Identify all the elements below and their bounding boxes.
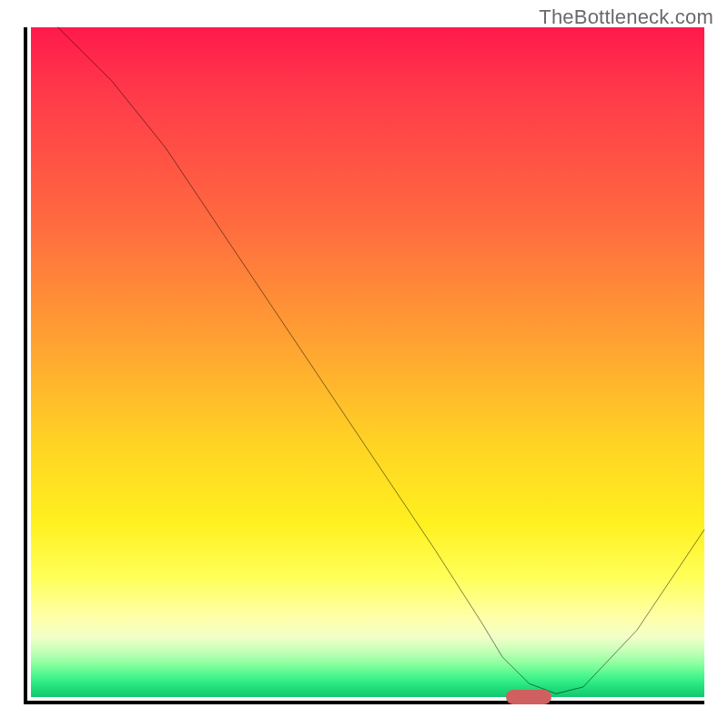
bottleneck-curve — [31, 27, 704, 697]
watermark-text: TheBottleneck.com — [539, 5, 713, 29]
plot-area — [24, 27, 704, 704]
optimal-marker — [506, 690, 551, 704]
